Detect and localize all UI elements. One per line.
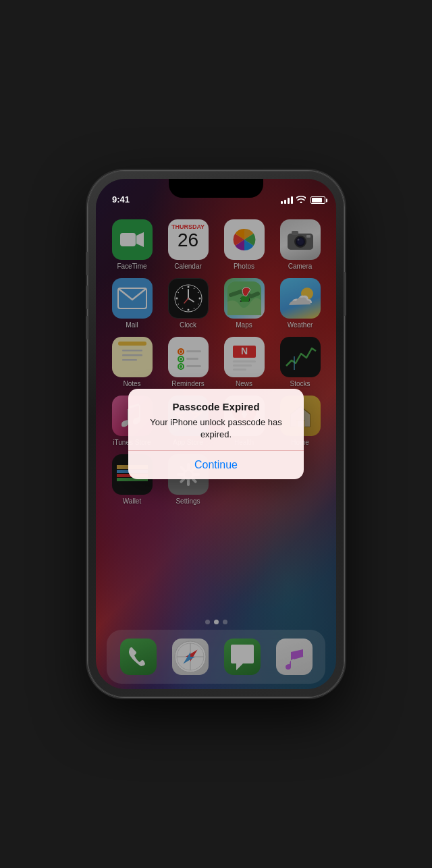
battery-fill	[312, 198, 322, 202]
battery-icon	[310, 196, 325, 204]
alert-title: Passcode Expired	[139, 401, 293, 412]
wifi-icon	[296, 196, 306, 205]
alert-message: Your iPhone unlock passcode has expired.	[139, 416, 293, 441]
status-icons	[281, 196, 325, 205]
phone-frame: 9:41 Fac	[88, 171, 344, 697]
status-time: 9:41	[112, 194, 130, 205]
alert-dialog: Passcode Expired Your iPhone unlock pass…	[128, 389, 304, 479]
phone-screen: 9:41 Fac	[96, 179, 336, 689]
alert-continue-button[interactable]: Continue	[128, 451, 304, 479]
signal-bars-icon	[281, 196, 293, 204]
alert-content: Passcode Expired Your iPhone unlock pass…	[128, 389, 304, 450]
notch	[169, 179, 263, 198]
alert-overlay: Passcode Expired Your iPhone unlock pass…	[96, 179, 336, 689]
